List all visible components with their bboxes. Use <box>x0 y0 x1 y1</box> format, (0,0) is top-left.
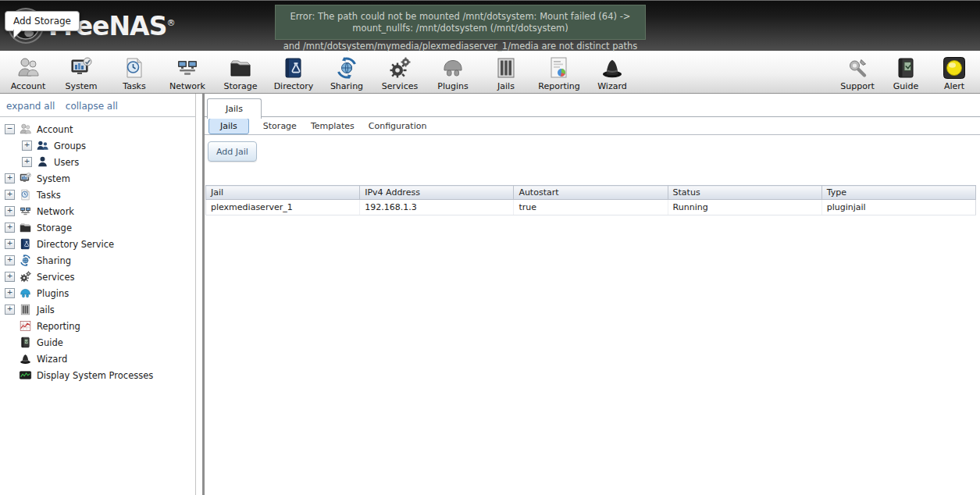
sidebar-item-reporting[interactable]: Reporting <box>0 318 195 334</box>
toolbar-right-group: SupportGuideAlert <box>833 53 980 91</box>
sidebar-item-guide[interactable]: Guide <box>0 334 195 351</box>
toolbar-item-alert[interactable]: Alert <box>930 53 978 91</box>
tab-jails[interactable]: Jails <box>207 98 262 119</box>
subtab-templates[interactable]: Templates <box>304 119 362 134</box>
sidebar-item-label: Plugins <box>37 288 69 299</box>
column-header-jail[interactable]: Jail <box>206 186 360 200</box>
subtab-configuration[interactable]: Configuration <box>362 119 434 134</box>
plugins-blue-icon <box>19 287 32 300</box>
sidebar-item-tasks[interactable]: +Tasks <box>0 187 195 203</box>
toolbar-item-reporting[interactable]: Reporting <box>533 53 586 91</box>
toolbar-item-storage[interactable]: Storage <box>214 53 267 91</box>
toolbar-item-label: Guide <box>893 81 918 91</box>
main-toolbar: AccountSystemTasksNetworkStorageDirector… <box>0 51 980 94</box>
toolbar-item-label: Services <box>382 81 418 91</box>
storage-icon <box>228 55 253 80</box>
subtab-jails[interactable]: Jails <box>208 118 249 134</box>
sidebar-item-display-system-processes[interactable]: Display System Processes <box>0 367 195 383</box>
toolbar-item-label: Tasks <box>123 81 145 91</box>
sidebar-item-label: Storage <box>37 223 72 233</box>
toolbar-item-label: Jails <box>497 81 515 91</box>
column-header-status[interactable]: Status <box>668 186 821 200</box>
toolbar-left-group: AccountSystemTasksNetworkStorageDirector… <box>0 53 639 91</box>
tree-toggle-minus-icon[interactable]: − <box>5 124 15 134</box>
toolbar-item-services[interactable]: Services <box>373 53 426 91</box>
sidebar-item-label: Account <box>37 124 73 135</box>
jails-icon <box>494 55 519 80</box>
button-row: Add Jail <box>205 135 980 162</box>
sidebar-item-sharing[interactable]: +Sharing <box>0 252 195 269</box>
collapse-all-link[interactable]: collapse all <box>66 101 118 112</box>
cell-status: Running <box>668 200 821 215</box>
cell-type: pluginjail <box>821 200 975 215</box>
tree-toggle-plus-icon[interactable]: + <box>5 304 15 315</box>
toolbar-item-plugins[interactable]: Plugins <box>426 53 479 91</box>
sidebar-item-label: Jails <box>37 304 55 315</box>
toolbar-item-label: Directory <box>274 81 314 91</box>
tree-toggle-plus-icon[interactable]: + <box>22 157 32 167</box>
subtab-storage[interactable]: Storage <box>256 119 304 134</box>
sidebar-item-label: Groups <box>54 141 86 151</box>
toolbar-item-guide[interactable]: Guide <box>882 53 930 91</box>
toolbar-item-network[interactable]: Network <box>161 53 214 91</box>
toolbar-item-wizard[interactable]: Wizard <box>586 53 639 91</box>
toolbar-item-label: Plugins <box>437 81 468 91</box>
sidebar-item-label: Reporting <box>37 321 80 332</box>
cell-ipv4-address: 192.168.1.3 <box>360 200 514 215</box>
tree-toggle-plus-icon[interactable]: + <box>5 173 15 183</box>
sidebar-item-system[interactable]: +System <box>0 170 195 187</box>
sidebar-item-groups[interactable]: +Groups <box>0 137 195 154</box>
groups-icon <box>36 139 49 152</box>
tree-toggle-plus-icon[interactable]: + <box>5 272 15 282</box>
tree-toggle-plus-icon[interactable]: + <box>5 223 15 233</box>
sidebar-item-storage[interactable]: +Storage <box>0 219 195 236</box>
toolbar-item-directory[interactable]: Directory <box>267 53 320 91</box>
toolbar-item-tasks[interactable]: Tasks <box>108 53 161 91</box>
tree-toggle-plus-icon[interactable]: + <box>5 255 15 265</box>
tree-toggle-plus-icon[interactable]: + <box>5 190 15 200</box>
add-jail-button[interactable]: Add Jail <box>208 141 257 162</box>
tree-toggle-plus-icon[interactable]: + <box>5 288 15 298</box>
sidebar-item-label: Network <box>37 206 74 217</box>
reporting2-icon <box>19 319 32 333</box>
sidebar-item-label: Directory Service <box>37 239 114 250</box>
table-header-row: JailIPv4 AddressAutostartStatusType <box>206 186 976 200</box>
toolbar-item-system[interactable]: System <box>55 53 108 91</box>
tasks-icon <box>122 55 147 80</box>
tree-toggle-plus-icon[interactable]: + <box>5 206 15 216</box>
error-line-2: mount_nullfs: /mnt/dotsystem (/mnt/dotsy… <box>280 23 640 34</box>
account-icon <box>16 55 41 80</box>
toolbar-item-sharing[interactable]: Sharing <box>320 53 373 91</box>
table-row[interactable]: plexmediaserver_1192.168.1.3trueRunningp… <box>206 200 976 215</box>
column-header-type[interactable]: Type <box>821 186 975 200</box>
toolbar-item-jails[interactable]: Jails <box>479 53 533 91</box>
sidebar-item-plugins[interactable]: +Plugins <box>0 285 195 301</box>
sidebar-item-users[interactable]: +Users <box>0 154 195 170</box>
jails-table: JailIPv4 AddressAutostartStatusType plex… <box>205 185 976 215</box>
logo-registered-mark: ® <box>166 18 174 28</box>
toolbar-item-support[interactable]: Support <box>833 53 882 91</box>
reporting-icon <box>547 55 572 80</box>
toolbar-item-account[interactable]: Account <box>2 53 55 91</box>
sidebar-item-account[interactable]: −Account <box>0 121 195 137</box>
sidebar-item-jails[interactable]: +Jails <box>0 301 195 318</box>
sidebar-item-services[interactable]: +Services <box>0 269 195 285</box>
column-header-ipv4-address[interactable]: IPv4 Address <box>360 186 514 200</box>
sharing-icon <box>334 55 359 80</box>
tree-toggle-plus-icon[interactable]: + <box>22 141 32 151</box>
expand-all-link[interactable]: expand all <box>6 101 55 112</box>
tree-toggle-plus-icon[interactable]: + <box>5 239 15 249</box>
services-icon <box>19 270 32 283</box>
error-line-3: and /mnt/dotsystem/mymedia/plexmediaserv… <box>283 41 638 52</box>
sidebar-item-network[interactable]: +Network <box>0 203 195 219</box>
sidebar-item-label: Services <box>37 272 75 283</box>
column-header-autostart[interactable]: Autostart <box>514 186 668 200</box>
guide-icon <box>893 55 918 80</box>
sidebar-gap <box>196 94 202 495</box>
support-icon <box>845 55 870 80</box>
sidebar-item-directory-service[interactable]: +Directory Service <box>0 236 195 252</box>
account-icon <box>19 123 32 136</box>
sidebar-item-label: System <box>37 173 70 184</box>
add-storage-tooltip: Add Storage <box>5 11 80 31</box>
sidebar-item-wizard[interactable]: Wizard <box>0 351 195 367</box>
